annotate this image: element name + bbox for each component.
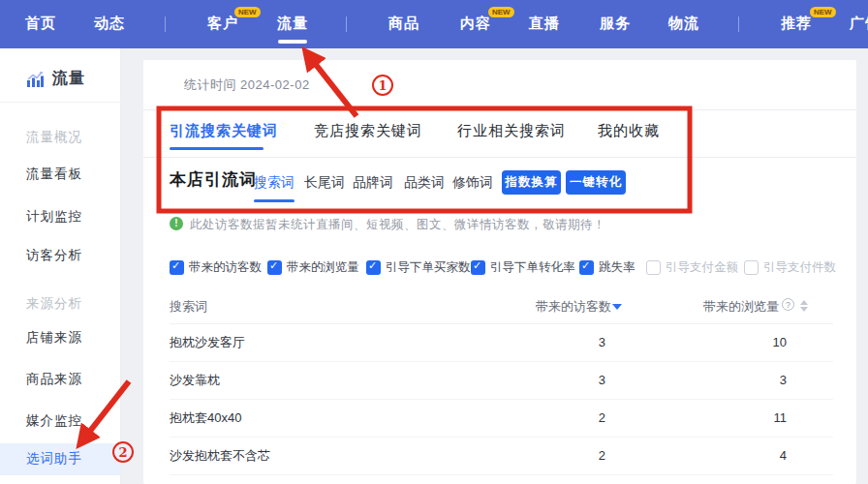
nav-item-products[interactable]: 商品	[388, 15, 419, 33]
sidebar-item-visitor-analysis[interactable]: 访客分析	[26, 247, 82, 264]
app-screen: 首页 动态 客户 NEW 流量 商品 内容 NEW 直播 服务 物流 推荐 NE…	[0, 0, 868, 484]
nav-item-home[interactable]: 首页	[25, 15, 56, 33]
main-content-card: 统计时间 2024-02-02 引流搜索关键词 竞店搜索关键词 行业相关搜索词 …	[143, 60, 856, 484]
nav-item-service[interactable]: 服务	[600, 15, 631, 33]
divider	[143, 109, 856, 110]
new-badge: NEW	[810, 7, 836, 17]
active-tab-underline	[170, 147, 264, 150]
info-icon: !	[170, 217, 183, 230]
checkbox-icon[interactable]	[366, 260, 381, 275]
checkbox-icon[interactable]	[267, 260, 282, 275]
stats-time-label: 统计时间 2024-02-02	[184, 76, 310, 94]
tab-competitor-search-keywords[interactable]: 竞店搜索关键词	[314, 122, 422, 140]
sidebar-item-traffic-board[interactable]: 流量看板	[26, 166, 82, 183]
tab-inbound-search-keywords[interactable]: 引流搜索关键词	[170, 122, 278, 140]
nav-item-live[interactable]: 直播	[529, 15, 560, 33]
checkbox-icon[interactable]	[471, 260, 485, 275]
sort-descending-icon[interactable]	[612, 304, 622, 310]
column-header-visitors[interactable]: 带来的访客数	[536, 298, 611, 316]
one-key-convert-button[interactable]: 一键转化	[566, 170, 626, 195]
sidebar-item-source-analysis[interactable]: 来源分析	[26, 295, 82, 313]
word-tab-modifier-words[interactable]: 修饰词	[452, 174, 493, 192]
visitors-cell: 3	[538, 361, 605, 399]
checkbox-icon[interactable]	[579, 260, 594, 275]
checkbox-icon[interactable]	[170, 260, 184, 275]
notice-text: 此处访客数据暂未统计直播间、短视频、图文、微详情访客数，敬请期待！	[190, 217, 605, 233]
visitors-cell: 2	[538, 399, 605, 437]
index-convert-button[interactable]: 指数换算	[502, 170, 561, 195]
nav-item-ads[interactable]: 广告	[850, 15, 868, 33]
active-word-tab-underline	[254, 199, 294, 202]
divider	[143, 157, 856, 158]
nav-item-logistics[interactable]: 物流	[668, 15, 699, 33]
sidebar-item-traffic-overview[interactable]: 流量概况	[26, 129, 82, 146]
column-header-pageviews[interactable]: 带来的浏览量	[703, 298, 779, 316]
filter-payment-amount[interactable]: 引导支付金额	[646, 259, 738, 276]
nav-divider	[346, 16, 347, 32]
filter-payment-items[interactable]: 引导支付件数	[744, 259, 836, 276]
pageviews-cell: 11	[719, 399, 787, 437]
visitors-cell: 2	[538, 437, 605, 474]
filter-order-conversion[interactable]: 引导下单转化率	[471, 259, 575, 276]
new-badge: NEW	[488, 7, 514, 17]
filter-pageviews-brought[interactable]: 带来的浏览量	[267, 259, 359, 276]
sidebar-title: 流量	[52, 69, 85, 89]
sidebar: 流量 流量概况 流量看板 计划监控 访客分析 来源分析 店铺来源 商品来源 媒介…	[0, 48, 121, 484]
table-row: 抱枕沙发客厅 3 10	[170, 323, 833, 362]
keyword-cell: 沙发抱枕套不含芯	[170, 437, 270, 474]
nav-item-content[interactable]: 内容	[460, 15, 491, 33]
word-tab-category-words[interactable]: 品类词	[404, 174, 445, 192]
sidebar-item-media-monitor[interactable]: 媒介监控	[26, 412, 82, 430]
sidebar-item-product-source[interactable]: 商品来源	[26, 371, 82, 388]
sidebar-item-word-assistant[interactable]: 选词助手	[26, 450, 82, 468]
keyword-cell: 沙发靠枕	[170, 361, 220, 399]
nav-item-recommend[interactable]: 推荐	[781, 15, 812, 33]
visitors-cell: 3	[538, 323, 605, 361]
annotation-step-2: 2	[112, 441, 134, 463]
table-row: 抱枕套40x40 2 11	[170, 399, 833, 438]
table-row: 沙发抱枕套不含芯 2 4	[170, 437, 833, 475]
sidebar-item-plan-monitor[interactable]: 计划监控	[26, 208, 82, 226]
new-badge: NEW	[234, 7, 261, 17]
table-row: 沙发靠枕 3 3	[170, 361, 833, 400]
checkbox-icon[interactable]	[744, 260, 759, 275]
word-tab-search-words[interactable]: 搜索词	[254, 174, 294, 192]
keyword-cell: 抱枕沙发客厅	[170, 323, 245, 361]
sidebar-item-shop-source[interactable]: 店铺来源	[26, 329, 82, 347]
sort-toggle-icon[interactable]	[800, 300, 808, 312]
checkbox-icon[interactable]	[646, 260, 661, 275]
top-navbar: 首页 动态 客户 NEW 流量 商品 内容 NEW 直播 服务 物流 推荐 NE…	[0, 0, 868, 48]
annotation-step-1: 1	[372, 75, 393, 96]
nav-item-customer[interactable]: 客户	[207, 15, 238, 33]
column-header-keyword: 搜索词	[170, 298, 207, 316]
nav-item-dynamics[interactable]: 动态	[94, 15, 125, 33]
traffic-chart-icon	[25, 70, 45, 89]
keyword-cell: 抱枕套40x40	[170, 399, 241, 437]
pageviews-cell: 4	[719, 437, 787, 474]
divider	[0, 102, 121, 103]
help-icon[interactable]: ?	[782, 298, 794, 311]
section-title: 本店引流词	[170, 168, 257, 191]
nav-active-underline	[278, 40, 307, 44]
word-tab-brand-words[interactable]: 品牌词	[353, 174, 393, 192]
nav-divider	[738, 16, 739, 32]
tab-industry-related-keywords[interactable]: 行业相关搜索词	[457, 122, 566, 140]
filter-order-buyers[interactable]: 引导下单买家数	[366, 259, 471, 276]
tab-my-favorites[interactable]: 我的收藏	[598, 122, 660, 140]
filter-visitors-brought[interactable]: 带来的访客数	[170, 259, 262, 276]
pageviews-cell: 10	[719, 323, 787, 361]
pageviews-cell: 3	[719, 361, 787, 399]
nav-item-traffic[interactable]: 流量	[277, 15, 308, 33]
sidebar-header: 流量	[25, 69, 85, 89]
nav-divider	[165, 16, 166, 32]
word-tab-long-tail-words[interactable]: 长尾词	[304, 174, 345, 192]
filter-bounce-rate[interactable]: 跳失率	[579, 259, 636, 276]
